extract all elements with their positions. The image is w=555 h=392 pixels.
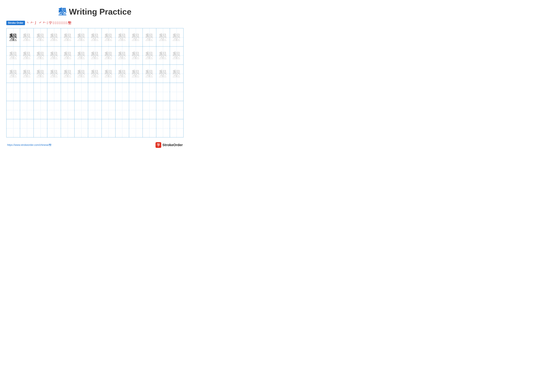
grid-cell[interactable]: 墾 (74, 65, 88, 83)
grid-cell[interactable]: 墾 (115, 46, 129, 65)
grid-cell[interactable] (88, 119, 102, 137)
grid-cell[interactable]: 墾 (129, 28, 143, 46)
practice-grid: 墾 墾 墾 墾 墾 墾 墾 墾 墾 墾 墾 墾 墾 墾 墾 墾 墾 墾 墾 墾 … (6, 28, 183, 137)
grid-cell[interactable] (102, 101, 115, 119)
grid-cell[interactable]: 墾 (74, 46, 88, 65)
grid-cell[interactable]: 墾 (156, 28, 170, 46)
char-light: 墾 (50, 69, 58, 78)
char-light: 墾 (91, 33, 99, 42)
footer-url[interactable]: https://www.strokeorder.com/chinese/墾 (7, 143, 51, 147)
grid-cell[interactable]: 墾 (170, 46, 183, 65)
grid-cell[interactable] (115, 83, 129, 101)
grid-cell[interactable]: 墾 (34, 65, 47, 83)
grid-cell[interactable] (47, 119, 61, 137)
grid-cell[interactable] (61, 101, 74, 119)
stroke-8: 𡧄 (53, 21, 54, 25)
grid-cell[interactable] (20, 83, 34, 101)
grid-cell[interactable] (170, 119, 183, 137)
grid-cell[interactable]: 墾 (61, 65, 74, 83)
grid-cell[interactable]: 墾 (47, 28, 61, 46)
grid-cell[interactable]: 墾 (20, 65, 34, 83)
grid-cell[interactable]: 墾 (34, 46, 47, 65)
grid-cell[interactable]: 墾 (143, 65, 156, 83)
grid-cell[interactable] (143, 101, 156, 119)
grid-cell[interactable] (129, 119, 143, 137)
char-light: 墾 (172, 69, 181, 78)
grid-cell[interactable]: 墾 (156, 65, 170, 83)
grid-cell[interactable]: 墾 (170, 28, 183, 46)
grid-cell[interactable]: 墾 (102, 65, 115, 83)
grid-cell[interactable]: 墾 (156, 46, 170, 65)
grid-cell[interactable] (170, 83, 183, 101)
grid-cell[interactable] (61, 83, 74, 101)
stroke-order-chars: 丶 𠂉 丿 ㇒ 𠂉 𡧂 𡧃 𡧄 𡧅 𡧆 𡧇 𡧈 𡧉 𡧊 𡧋 墾 (26, 21, 72, 25)
grid-cell[interactable] (102, 83, 115, 101)
grid-cell[interactable]: 墾 (20, 46, 34, 65)
char-light: 墾 (172, 51, 181, 60)
page-title: 墾 Writing Practice (6, 6, 183, 17)
grid-cell[interactable]: 墾 (102, 46, 115, 65)
grid-cell[interactable] (74, 119, 88, 137)
grid-cell[interactable]: 墾 (115, 28, 129, 46)
grid-cell[interactable] (115, 101, 129, 119)
grid-cell[interactable] (170, 101, 183, 119)
grid-cell[interactable] (129, 101, 143, 119)
grid-cell[interactable] (47, 83, 61, 101)
grid-cell[interactable]: 墾 (129, 46, 143, 65)
grid-cell[interactable] (34, 83, 47, 101)
grid-cell[interactable]: 墾 (74, 28, 88, 46)
grid-cell[interactable]: 墾 (115, 65, 129, 83)
grid-cell[interactable] (74, 101, 88, 119)
grid-cell[interactable] (47, 101, 61, 119)
grid-cell[interactable] (143, 119, 156, 137)
grid-cell[interactable] (34, 119, 47, 137)
grid-cell[interactable] (7, 83, 20, 101)
grid-cell[interactable]: 墾 (88, 28, 102, 46)
char-light: 墾 (172, 33, 181, 42)
grid-cell[interactable] (74, 83, 88, 101)
grid-cell[interactable] (102, 119, 115, 137)
title-text: Writing Practice (67, 7, 131, 16)
title-char: 墾 (58, 7, 67, 16)
grid-cell[interactable] (156, 119, 170, 137)
grid-cell[interactable]: 墾 (47, 65, 61, 83)
stroke-16: 墾 (68, 21, 72, 25)
grid-cell[interactable] (20, 119, 34, 137)
stroke-1: 丶 (26, 21, 30, 25)
grid-cell[interactable] (7, 119, 20, 137)
grid-cell[interactable]: 墾 (34, 28, 47, 46)
grid-cell[interactable]: 墾 (61, 28, 74, 46)
char-light: 墾 (37, 69, 45, 78)
grid-cell[interactable] (61, 119, 74, 137)
footer-brand: 字 StrokeOrder (155, 142, 183, 148)
grid-cell[interactable]: 墾 (7, 46, 20, 65)
grid-cell[interactable] (156, 101, 170, 119)
grid-cell[interactable] (88, 83, 102, 101)
char-light: 墾 (50, 33, 58, 42)
grid-cell[interactable]: 墾 (7, 28, 20, 46)
grid-cell[interactable]: 墾 (129, 65, 143, 83)
grid-cell[interactable]: 墾 (170, 65, 183, 83)
stroke-13: 𡧉 (62, 21, 64, 25)
grid-cell[interactable]: 墾 (61, 46, 74, 65)
grid-cell[interactable]: 墾 (143, 28, 156, 46)
brand-name: StrokeOrder (162, 143, 183, 147)
grid-cell[interactable]: 墾 (20, 28, 34, 46)
grid-cell[interactable] (20, 101, 34, 119)
char-light: 墾 (23, 33, 31, 42)
grid-cell[interactable] (115, 119, 129, 137)
char-light: 墾 (23, 69, 31, 78)
grid-cell[interactable] (7, 101, 20, 119)
grid-cell[interactable] (88, 101, 102, 119)
grid-cell[interactable]: 墾 (143, 46, 156, 65)
grid-cell[interactable]: 墾 (88, 65, 102, 83)
grid-cell[interactable] (143, 83, 156, 101)
grid-cell[interactable]: 墾 (88, 46, 102, 65)
grid-cell[interactable]: 墾 (7, 65, 20, 83)
grid-cell[interactable] (129, 83, 143, 101)
grid-cell[interactable]: 墾 (102, 28, 115, 46)
grid-cell[interactable]: 墾 (47, 46, 61, 65)
stroke-3: 丿 (35, 21, 38, 25)
grid-cell[interactable] (156, 83, 170, 101)
grid-cell[interactable] (34, 101, 47, 119)
